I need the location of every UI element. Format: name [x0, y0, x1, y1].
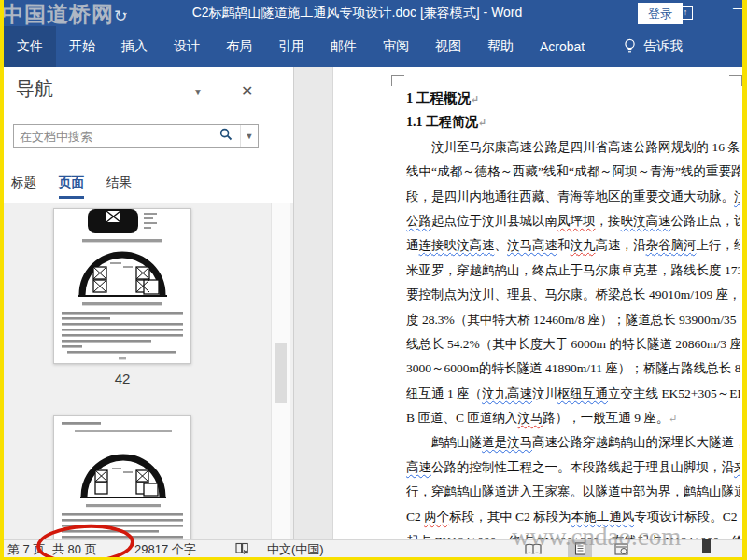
nav-tab-0[interactable]: 标题	[11, 175, 36, 199]
ribbon-tab-6[interactable]: 邮件	[317, 26, 370, 67]
nav-tab-1[interactable]: 页面	[59, 175, 84, 199]
word-window: ⌄ C2标鹧鸪山隧道施工通风专项设计.doc [兼容模式] - Word 登录 …	[0, 0, 747, 560]
ribbon-tab-2[interactable]: 插入	[108, 26, 161, 67]
doc-line-2[interactable]: 汶川至马尔康高速公路是四川省高速公路网规划的 16 条成都引入	[406, 135, 740, 160]
document-background	[293, 67, 332, 539]
search-icon[interactable]	[212, 128, 240, 145]
ribbon-display-options-icon[interactable]: ↑	[678, 6, 693, 20]
page-thumbnail-43[interactable]	[53, 415, 191, 539]
watermark-cursor-block	[702, 539, 711, 553]
screenshot-border-right	[742, 0, 747, 560]
doc-line-6[interactable]: 通连接映汶高速、汶马高速和汶九高速，沿杂谷脑河上行，经理县、	[406, 233, 740, 258]
doc-line-3[interactable]: 线中“成都～德格～西藏”线和“成都～阿坝～青海”线的重要路	[406, 160, 740, 184]
ribbon-tab-10[interactable]: Acrobat	[527, 26, 598, 67]
sign-in-button[interactable]: 登录	[638, 3, 683, 24]
lightbulb-icon	[624, 38, 636, 55]
nav-tab-2[interactable]: 结果	[106, 175, 132, 199]
doc-line-5[interactable]: 公路起点位于汶川县城以南凤坪坝，接映汶高速公路止点，设枢纽互	[406, 209, 740, 233]
watermark-top-left: 中国道桥网↻	[2, 0, 128, 29]
navigation-scrollbar[interactable]	[271, 203, 290, 539]
tell-me-button[interactable]: 告诉我	[624, 26, 683, 67]
margin-corner-mark-left	[391, 75, 404, 86]
thumbnail-page-number: 42	[53, 371, 191, 386]
doc-line-12[interactable]: 纽互通 1 座（汶九高速汶川枢纽互通立交主线 EK52+305～EK56+940…	[406, 382, 740, 406]
document-page[interactable]: 1 工程概况↵1.1 工程简况↵汶川至马尔康高速公路是四川省高速公路网规划的 1…	[332, 67, 742, 539]
status-language[interactable]: 中文(中国)	[267, 541, 324, 558]
ribbon-tab-5[interactable]: 引用	[265, 26, 317, 67]
page-thumbnails-panel: 42	[4, 203, 293, 539]
window-title: C2标鹧鸪山隧道施工通风专项设计.doc [兼容模式] - Word	[149, 5, 565, 21]
screenshot-border-left	[0, 0, 4, 560]
ribbon-tab-1[interactable]: 开始	[56, 26, 108, 67]
doc-line-0[interactable]: 1 工程概况↵	[406, 86, 740, 110]
navigation-pane: 导航 ▼ ✕ ▼ 标题页面结果	[4, 67, 293, 539]
proofing-status-icon[interactable]	[235, 542, 249, 558]
doc-line-13[interactable]: B 匝道、C 匝道纳入汶马路），一般互通 9 座。↵	[406, 406, 740, 430]
ribbon-tab-9[interactable]: 帮助	[474, 26, 527, 67]
document-text: 1 工程概况↵1.1 工程简况↵汶川至马尔康高速公路是四川省高速公路网规划的 1…	[406, 86, 740, 553]
ribbon-tab-3[interactable]: 设计	[161, 26, 213, 67]
search-dropdown-icon[interactable]: ▼	[240, 125, 258, 147]
ribbon: 文件开始插入设计布局引用邮件审阅视图帮助Acrobat 告诉我	[0, 26, 747, 67]
page-thumbnail-42[interactable]	[53, 208, 191, 364]
doc-line-15[interactable]: 高速公路的控制性工程之一。本段路线起于理县山脚坝，沿来苏河上	[406, 455, 740, 480]
tell-me-label: 告诉我	[643, 38, 683, 55]
watermark-logo-icon: ↻	[114, 7, 128, 25]
ribbon-tab-4[interactable]: 布局	[213, 26, 265, 67]
ribbon-tab-8[interactable]: 视图	[422, 26, 474, 67]
ribbon-tab-7[interactable]: 审阅	[370, 26, 422, 67]
doc-line-10[interactable]: 线总长 54.2%（其中长度大于 6000m 的特长隧道 20860m/3 座，…	[406, 332, 740, 357]
doc-line-7[interactable]: 米亚罗，穿越鹧鸪山，终点止于马尔康卓克基，路线长度 173km，主	[406, 259, 740, 283]
ribbon-tab-0[interactable]: 文件	[4, 26, 56, 67]
navigation-pane-title: 导航	[16, 77, 53, 102]
margin-corner-mark-right	[729, 75, 742, 86]
watermark-bottom-right: www.cndao.com	[512, 523, 681, 552]
doc-line-1[interactable]: 1.1 工程简况↵	[406, 110, 740, 134]
navigation-options-dropdown-icon[interactable]: ▼	[193, 87, 203, 97]
status-word-count[interactable]: 29817 个字	[134, 541, 196, 558]
doc-line-4[interactable]: 段，是四川内地通往西藏、青海等地区的重要交通大动脉。汶马高速	[406, 185, 740, 209]
search-input[interactable]	[14, 130, 212, 144]
ribbon-tabs: 文件开始插入设计布局引用邮件审阅视图帮助Acrobat	[4, 26, 598, 67]
doc-line-16[interactable]: 行，穿鹧鸪山隧道进入王家寨。以隧道中部为界，鹧鸪山隧道分为 C1、	[406, 480, 740, 504]
document-search-box: ▼	[13, 124, 259, 148]
navigation-tabs: 标题页面结果	[11, 175, 154, 199]
doc-line-14[interactable]: 鹧鸪山隧道是汶马高速公路穿越鹧鸪山的深埋长大隧道，是汶马	[406, 430, 740, 455]
doc-line-9[interactable]: 度 28.3%（其中特大桥 12460m/8 座）；隧道总长 93900m/35…	[406, 308, 740, 332]
navigation-close-icon[interactable]: ✕	[241, 82, 253, 100]
doc-line-8[interactable]: 要控制点为汶川、理县、马尔康。桥梁总长 49010m/109 座，占路线长	[406, 283, 740, 307]
doc-line-11[interactable]: 3000～6000m的特长隧道 41890m/11 座）；桥隧占路线总长 82.…	[406, 357, 740, 381]
